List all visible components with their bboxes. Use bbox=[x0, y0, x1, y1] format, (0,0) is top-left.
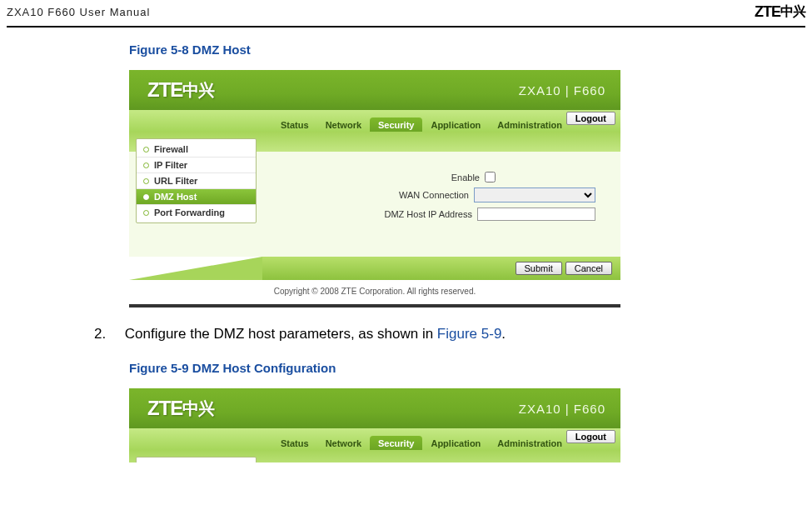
tab-row: Status Network Security Application Admi… bbox=[129, 110, 620, 132]
enable-checkbox[interactable] bbox=[485, 172, 496, 182]
router-logo-en: ZTE bbox=[147, 78, 182, 102]
tab-security[interactable]: Security bbox=[370, 118, 422, 132]
sidebar-item-ip-filter[interactable]: IP Filter bbox=[137, 158, 256, 173]
step-text-a: Configure the DMZ host parameters, as sh… bbox=[125, 326, 437, 342]
tab-application[interactable]: Application bbox=[422, 118, 489, 132]
tab-administration[interactable]: Administration bbox=[489, 436, 570, 450]
router-logo-en: ZTE bbox=[147, 397, 182, 420]
field-wan: WAN Connection bbox=[265, 188, 595, 202]
figure-5-9-caption: Figure 5-9 DMZ Host Configuration bbox=[129, 361, 812, 375]
sidebar-label: Port Forwarding bbox=[154, 208, 225, 218]
tab-security[interactable]: Security bbox=[370, 436, 422, 450]
zte-logo-cn: 中兴 bbox=[780, 3, 805, 21]
logout-button[interactable]: Logout bbox=[566, 430, 615, 443]
content-area: Figure 5-8 DMZ Host ZTE中兴 ZXA10 | F660 S… bbox=[0, 42, 812, 462]
router-ui-fig-5-9: ZTE中兴 ZXA10 | F660 Status Network Securi… bbox=[129, 388, 620, 462]
tab-status[interactable]: Status bbox=[272, 118, 317, 132]
router-body: Firewall bbox=[129, 450, 620, 462]
step-2-text: 2. Configure the DMZ host parameters, as… bbox=[94, 326, 812, 342]
dmz-ip-label: DMZ Host IP Address bbox=[384, 209, 472, 219]
step-number: 2. bbox=[94, 326, 121, 342]
bullet-icon bbox=[143, 178, 149, 184]
wan-connection-select[interactable] bbox=[474, 188, 595, 202]
zte-logo-en: ZTE bbox=[755, 3, 780, 21]
tab-network[interactable]: Network bbox=[317, 436, 370, 450]
router-logo: ZTE中兴 bbox=[147, 78, 214, 102]
sidebar-label: IP Filter bbox=[154, 160, 187, 170]
device-label: ZXA10 | F660 bbox=[519, 83, 605, 98]
cancel-button[interactable]: Cancel bbox=[565, 262, 612, 275]
bottom-bar-fill: Submit Cancel bbox=[262, 257, 620, 280]
figure-5-9-link[interactable]: Figure 5-9 bbox=[437, 326, 501, 342]
sidebar-item-firewall[interactable]: Firewall bbox=[137, 142, 256, 158]
header-rule bbox=[7, 26, 805, 28]
router-header: ZTE中兴 ZXA10 | F660 bbox=[129, 388, 620, 428]
tab-network[interactable]: Network bbox=[317, 118, 370, 132]
sidebar-label: DMZ Host bbox=[154, 192, 197, 202]
sidebar-item-dmz-host[interactable]: DMZ Host bbox=[137, 189, 256, 205]
submit-button[interactable]: Submit bbox=[516, 262, 562, 275]
page-header: ZXA10 F660 User Manual ZTE中兴 bbox=[0, 0, 812, 26]
wan-label: WAN Connection bbox=[399, 190, 469, 200]
sidebar-item-firewall[interactable]: Firewall bbox=[137, 460, 256, 462]
tab-status[interactable]: Status bbox=[272, 436, 317, 450]
field-dmz-ip: DMZ Host IP Address bbox=[265, 208, 595, 221]
bottom-bar: Submit Cancel bbox=[129, 257, 620, 280]
tab-row: Status Network Security Application Admi… bbox=[129, 428, 620, 450]
zte-logo-corner: ZTE中兴 bbox=[755, 3, 805, 21]
device-label: ZXA10 | F660 bbox=[519, 402, 605, 416]
tab-application[interactable]: Application bbox=[422, 436, 489, 450]
enable-label: Enable bbox=[451, 172, 480, 182]
sidebar: Firewall bbox=[136, 457, 257, 462]
sidebar: Firewall IP Filter URL Filter DMZ Host P… bbox=[136, 138, 257, 223]
router-body: Firewall IP Filter URL Filter DMZ Host P… bbox=[129, 132, 620, 257]
copyright-text: Copyright © 2008 ZTE Corporation. All ri… bbox=[129, 280, 620, 308]
sidebar-label: URL Filter bbox=[154, 176, 197, 186]
settings-panel: Enable WAN Connection DMZ Host IP Addres… bbox=[257, 138, 620, 247]
logout-button[interactable]: Logout bbox=[566, 112, 615, 125]
step-text-b: . bbox=[501, 326, 506, 342]
router-logo-cn: 中兴 bbox=[182, 79, 214, 102]
field-enable: Enable bbox=[265, 172, 595, 182]
router-logo: ZTE中兴 bbox=[147, 397, 214, 420]
router-header: ZTE中兴 ZXA10 | F660 bbox=[129, 70, 620, 110]
dmz-ip-input[interactable] bbox=[477, 208, 595, 221]
bullet-icon bbox=[143, 210, 149, 216]
manual-title: ZXA10 F660 User Manual bbox=[7, 6, 150, 18]
wedge-decoration bbox=[129, 257, 262, 280]
bullet-icon bbox=[143, 162, 149, 168]
bullet-icon bbox=[143, 194, 149, 200]
sidebar-item-url-filter[interactable]: URL Filter bbox=[137, 173, 256, 189]
figure-5-8-caption: Figure 5-8 DMZ Host bbox=[129, 42, 812, 57]
tab-administration[interactable]: Administration bbox=[489, 118, 570, 132]
sidebar-label: Firewall bbox=[154, 144, 188, 154]
router-logo-cn: 中兴 bbox=[182, 398, 214, 420]
router-ui-fig-5-8: ZTE中兴 ZXA10 | F660 Status Network Securi… bbox=[129, 70, 620, 308]
bullet-icon bbox=[143, 147, 149, 152]
sidebar-item-port-forwarding[interactable]: Port Forwarding bbox=[137, 205, 256, 220]
